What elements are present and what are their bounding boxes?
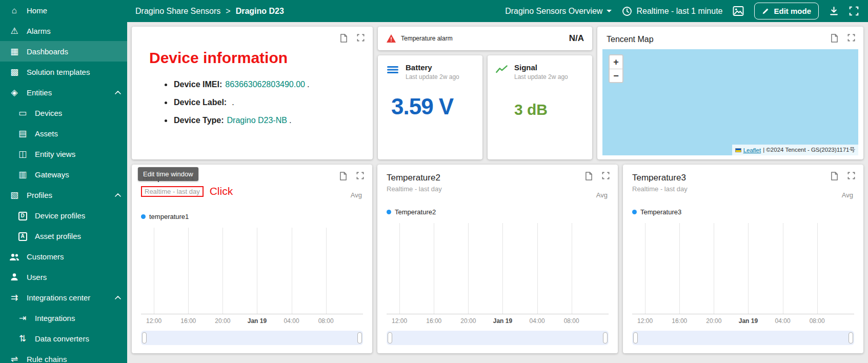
card-actions	[340, 34, 365, 43]
breadcrumb-parent[interactable]: Dragino Share Sensors	[135, 7, 220, 16]
sidebar-item-label: Profiles	[27, 191, 52, 199]
sidebar-item-customers[interactable]: Customers	[0, 246, 127, 267]
devices-icon: ▭	[16, 109, 29, 117]
device-label-row: Device Label:.	[174, 98, 364, 107]
assets-icon: ▤	[16, 129, 29, 138]
sidebar-item-entity-views[interactable]: ◫ Entity views	[0, 144, 127, 164]
middle-widgets-column: Temperature alarm N/A Battery Last updat…	[378, 27, 592, 159]
fullscreen-icon	[849, 6, 859, 16]
data-converters-icon: ⇅	[16, 334, 29, 343]
download-icon	[829, 6, 839, 16]
device-type-row: Device Type:Dragino D23-NB.	[174, 116, 364, 125]
sidebar-item-alarms[interactable]: ⚠ Alarms	[0, 21, 127, 41]
warning-triangle-icon	[386, 34, 396, 43]
slider-handle-left[interactable]	[388, 332, 392, 344]
export-data-button[interactable]	[339, 172, 347, 180]
slider-handle-left[interactable]	[142, 332, 147, 344]
image-export-button[interactable]	[733, 6, 744, 16]
sidebar-item-rule-chains[interactable]: ⇌ Rule chains	[0, 349, 127, 363]
expand-widget-button[interactable]	[602, 172, 610, 180]
sidebar-item-integrations-center[interactable]: ⇉ Integrations center	[0, 287, 127, 308]
temperature3-chart-card: Temperature3 Realtime - last day Avg Tem…	[623, 165, 863, 353]
slider-handle-right[interactable]	[357, 332, 362, 344]
map-title: Tencent Map	[607, 35, 857, 44]
chart-plot-area	[632, 223, 854, 314]
sidebar-item-assets[interactable]: ▤ Assets	[0, 123, 127, 144]
entities-icon: ◈	[8, 88, 21, 97]
sidebar-item-entities[interactable]: ◈ Entities	[0, 82, 127, 103]
expand-widget-button[interactable]	[356, 172, 364, 180]
expand-widget-button[interactable]	[847, 34, 855, 43]
chevron-up-icon[interactable]	[115, 91, 121, 94]
sidebar-item-label: Device profiles	[35, 211, 85, 220]
clock-icon	[622, 6, 632, 16]
map-canvas[interactable]: + − Leaflet | ©2024 Tencent - GS(2023)11…	[602, 49, 858, 155]
sidebar-item-device-profiles[interactable]: D Device profiles	[0, 205, 127, 226]
fullscreen-button[interactable]	[849, 6, 859, 16]
slider-handle-right[interactable]	[603, 332, 608, 344]
sidebar-item-gateways[interactable]: ▥ Gateways	[0, 164, 127, 185]
legend-label: Temperature2	[395, 208, 436, 216]
device-type-label: Device Type:	[174, 116, 224, 125]
gateways-icon: ▥	[16, 170, 29, 179]
aggregation-label: Avg	[351, 191, 362, 199]
battery-value: 3.59 V	[391, 94, 474, 119]
dashboard-row-2: Edit time window Temperature1 Realtime -…	[132, 165, 863, 353]
time-range-slider[interactable]	[632, 331, 854, 345]
sidebar-item-label: Users	[27, 273, 47, 281]
chart-legend[interactable]: Temperature3	[632, 208, 854, 216]
chevron-up-icon[interactable]	[115, 193, 121, 197]
chart-legend[interactable]: Temperature2	[387, 208, 609, 216]
edit-time-window-tooltip: Edit time window	[138, 167, 198, 181]
timewindow-button[interactable]: Realtime - last 1 minute	[622, 6, 722, 16]
sidebar-item-integrations[interactable]: ⇥ Integrations	[0, 308, 127, 328]
time-range-slider[interactable]	[387, 331, 609, 345]
signal-last-update: Last update 2w ago	[514, 73, 568, 80]
export-data-button[interactable]	[831, 172, 838, 180]
zoom-in-button[interactable]: +	[610, 55, 622, 69]
chart-timewindow[interactable]: Realtime - last day	[141, 186, 204, 197]
time-range-slider[interactable]	[141, 331, 363, 345]
pencil-icon	[762, 7, 770, 15]
export-data-button[interactable]	[831, 34, 838, 43]
sidebar-item-users[interactable]: Users	[0, 267, 127, 287]
expand-widget-button[interactable]	[847, 172, 855, 180]
slider-handle-right[interactable]	[849, 332, 853, 344]
sidebar-item-home[interactable]: ⌂ Home	[0, 0, 127, 21]
sidebar-item-dashboards[interactable]: ▦ Dashboards	[0, 41, 127, 62]
edit-mode-button[interactable]: Edit mode	[754, 3, 819, 19]
export-data-button[interactable]	[340, 34, 348, 43]
sidebar-item-solution-templates[interactable]: ▩ Solution templates	[0, 62, 127, 82]
sidebar-item-profiles[interactable]: ▧ Profiles	[0, 185, 127, 205]
signal-trend-icon	[496, 65, 508, 74]
expand-widget-button[interactable]	[357, 34, 365, 43]
download-button[interactable]	[829, 6, 839, 16]
sidebar-item-label: Customers	[27, 252, 64, 261]
battery-card: Battery Last update 2w ago 3.59 V	[378, 55, 482, 159]
chart-timewindow[interactable]: Realtime - last day	[387, 185, 442, 193]
dashboard-row-1: Device information Device IMEI:863663062…	[132, 27, 863, 159]
legend-label: Temperature3	[640, 208, 681, 216]
device-type-value[interactable]: Dragino D23-NB	[227, 116, 287, 125]
temperature1-chart-card: Edit time window Temperature1 Realtime -…	[132, 165, 372, 353]
sidebar-item-data-converters[interactable]: ⇅ Data converters	[0, 328, 127, 349]
metric-cards-row: Battery Last update 2w ago 3.59 V Signal…	[378, 55, 592, 159]
profiles-icon: ▧	[8, 191, 21, 199]
zoom-out-button[interactable]: −	[610, 69, 622, 82]
device-imei-value[interactable]: 863663062803490.00	[225, 80, 305, 89]
leaflet-link[interactable]: Leaflet	[743, 147, 761, 153]
chart-legend[interactable]: temperature1	[141, 213, 363, 220]
chevron-up-icon[interactable]	[115, 296, 121, 299]
header-actions: Dragino Sensors Overview Realtime - last…	[505, 3, 859, 19]
sidebar-item-label: Devices	[35, 109, 62, 117]
sidebar-item-devices[interactable]: ▭ Devices	[0, 103, 127, 123]
ukraine-flag-icon	[735, 148, 741, 152]
export-data-button[interactable]	[585, 172, 593, 180]
device-label-label: Device Label:	[174, 98, 227, 107]
dashboard-select-dropdown[interactable]: Dragino Sensors Overview	[505, 7, 612, 16]
slider-handle-left[interactable]	[633, 332, 638, 344]
sidebar-item-asset-profiles[interactable]: A Asset profiles	[0, 226, 127, 246]
temperature-alarm-card: Temperature alarm N/A	[378, 27, 592, 50]
sidebar-item-label: Integrations	[35, 314, 75, 322]
chart-timewindow[interactable]: Realtime - last day	[632, 185, 688, 193]
